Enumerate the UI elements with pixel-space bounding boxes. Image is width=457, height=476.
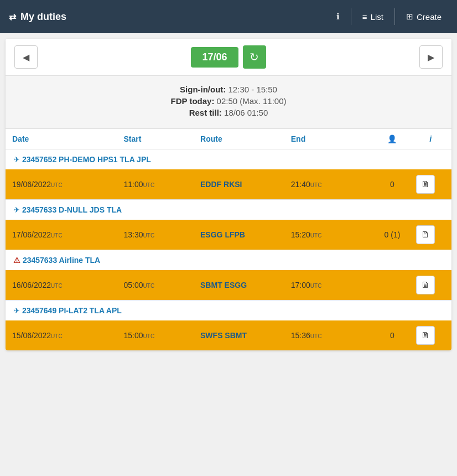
flight-3-crew	[375, 270, 409, 300]
flight-3-date: 16/06/2022UTC	[6, 270, 117, 300]
flight-2-doc-button[interactable]: 🗎	[416, 225, 435, 244]
doc-icon-4: 🗎	[421, 330, 430, 340]
doc-icon-3: 🗎	[421, 280, 430, 290]
doc-icon-1: 🗎	[421, 179, 430, 189]
app-header: ⇄ My duties ℹ ≡ List ⊞ Create	[0, 0, 457, 33]
col-info: i	[409, 129, 451, 149]
chevron-left-icon: ◀	[23, 52, 29, 63]
signin-label: Sign-in/out:	[180, 85, 226, 94]
flight-header-1[interactable]: ✈ 23457652 PH-DEMO HPS1 TLA JPL	[6, 149, 451, 170]
flight-2-start: 13:30UTC	[117, 220, 194, 250]
rest-value: 18/06 01:50	[224, 108, 268, 117]
flight-3-start: 05:00UTC	[117, 270, 194, 300]
header-title: ⇄ My duties	[9, 11, 330, 23]
fdp-label: FDP today:	[171, 96, 215, 106]
share-icon: ⇄	[9, 12, 16, 22]
flight-4-end: 15:36UTC	[284, 320, 375, 350]
flight-header-4[interactable]: ✈ 23457649 PI-LAT2 TLA APL	[6, 301, 451, 320]
flight-3-header: 23457633 Airline TLA	[23, 256, 100, 265]
flight-4-date: 15/06/2022UTC	[6, 320, 117, 350]
col-end: End	[284, 129, 375, 149]
plus-icon: ⊞	[406, 12, 413, 22]
list-icon: ≡	[362, 12, 367, 22]
alert-icon-3: ⚠	[13, 256, 20, 265]
plane-icon-2: ✈	[13, 205, 20, 214]
refresh-button[interactable]: ↻	[243, 45, 266, 69]
flight-1-crew: 0	[375, 169, 409, 199]
flight-3-doc-button[interactable]: 🗎	[416, 276, 435, 294]
flight-data-3: 16/06/2022UTC 05:00UTC SBMT ESGG 17:00UT…	[6, 270, 451, 300]
flight-1-doc-button[interactable]: 🗎	[416, 175, 435, 194]
info-section: Sign-in/out: 12:30 - 15:50 FDP today: 02…	[6, 76, 451, 129]
create-label: Create	[417, 12, 442, 22]
list-label: List	[371, 12, 383, 22]
flight-data-1: 19/06/2022UTC 11:00UTC EDDF RKSI 21:40UT…	[6, 169, 451, 199]
flight-1-start: 11:00UTC	[117, 169, 194, 199]
flight-2-crew: 0 (1)	[375, 220, 409, 250]
flight-4-start: 15:00UTC	[117, 320, 194, 350]
info-icon: ℹ	[336, 12, 340, 22]
rest-label: Rest till:	[189, 108, 222, 117]
flight-1-doc[interactable]: 🗎	[409, 169, 451, 199]
flight-1-header: 23457652 PH-DEMO HPS1 TLA JPL	[22, 155, 151, 164]
flight-1-end: 21:40UTC	[284, 169, 375, 199]
doc-icon-2: 🗎	[421, 230, 430, 240]
table-info-icon: i	[429, 134, 432, 143]
list-button[interactable]: ≡ List	[356, 8, 390, 26]
flight-2-route: ESGG LFPB	[194, 220, 284, 250]
flight-header-2[interactable]: ✈ 23457633 D-NULL JDS TLA	[6, 200, 451, 220]
chevron-right-icon: ▶	[428, 52, 434, 63]
header-separator-2	[394, 8, 395, 25]
header-separator-1	[351, 8, 351, 25]
header-actions: ℹ ≡ List ⊞ Create	[330, 7, 448, 26]
fdp-line: FDP today: 02:50 (Max. 11:00)	[14, 96, 443, 106]
nav-center: 17/06 ↻	[191, 45, 266, 69]
signin-value: 12:30 - 15:50	[228, 85, 277, 94]
create-button[interactable]: ⊞ Create	[399, 7, 448, 26]
col-crew: 👤	[375, 129, 409, 149]
flight-2-header: 23457633 D-NULL JDS TLA	[22, 205, 122, 214]
fdp-value: 02:50 (Max. 11:00)	[217, 96, 287, 106]
crew-icon: 👤	[387, 134, 397, 143]
signin-line: Sign-in/out: 12:30 - 15:50	[14, 85, 443, 94]
main-card: ◀ 17/06 ↻ ▶ Sign-in/out: 12:30 - 15:50 F…	[6, 39, 451, 350]
flight-3-route: SBMT ESGG	[194, 270, 284, 300]
current-date-badge: 17/06	[191, 47, 238, 68]
flight-data-4: 15/06/2022UTC 15:00UTC SWFS SBMT 15:36UT…	[6, 320, 451, 350]
rest-line: Rest till: 18/06 01:50	[14, 108, 443, 117]
flight-4-doc-button[interactable]: 🗎	[416, 326, 435, 345]
col-start: Start	[117, 129, 194, 149]
flight-2-date: 17/06/2022UTC	[6, 220, 117, 250]
flight-header-3[interactable]: ⚠ 23457633 Airline TLA	[6, 250, 451, 270]
flight-1-date: 19/06/2022UTC	[6, 169, 117, 199]
flight-3-doc[interactable]: 🗎	[409, 270, 451, 300]
col-date: Date	[6, 129, 117, 149]
flight-4-crew: 0	[375, 320, 409, 350]
flight-4-header: 23457649 PI-LAT2 TLA APL	[22, 306, 122, 315]
info-button[interactable]: ℹ	[330, 7, 346, 26]
plane-icon-1: ✈	[13, 155, 20, 164]
flight-data-2: 17/06/2022UTC 13:30UTC ESGG LFPB 15:20UT…	[6, 220, 451, 250]
nav-bar: ◀ 17/06 ↻ ▶	[6, 39, 451, 76]
flight-2-doc[interactable]: 🗎	[409, 220, 451, 250]
flight-2-end: 15:20UTC	[284, 220, 375, 250]
column-header-row: Date Start Route End 👤 i	[6, 129, 451, 149]
flight-4-route: SWFS SBMT	[194, 320, 284, 350]
col-route: Route	[194, 129, 284, 149]
prev-date-button[interactable]: ◀	[14, 45, 38, 69]
flight-4-doc[interactable]: 🗎	[409, 320, 451, 350]
plane-icon-4: ✈	[13, 306, 20, 315]
refresh-icon: ↻	[250, 50, 259, 64]
flight-3-end: 17:00UTC	[284, 270, 375, 300]
duties-table: Date Start Route End 👤 i ✈ 23457652 PH-D…	[6, 129, 451, 350]
flight-1-route: EDDF RKSI	[194, 169, 284, 199]
next-date-button[interactable]: ▶	[419, 45, 443, 69]
header-title-text: My duties	[20, 11, 66, 23]
